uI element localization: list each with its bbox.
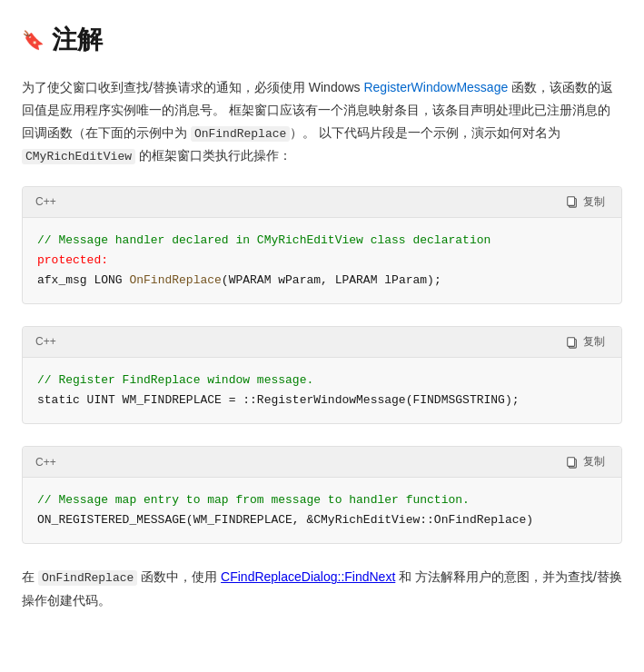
code-plain-3: ON_REGISTERED_MESSAGE(WM_FINDREPLACE, &C…	[37, 513, 533, 527]
description-paragraph: 为了使父窗口收到查找/替换请求的通知，必须使用 Windows Register…	[22, 76, 622, 168]
code-line-1-3: afx_msg LONG OnFindReplace(WPARAM wParam…	[37, 271, 607, 291]
copy-label-3: 复制	[583, 454, 605, 469]
on-find-replace-function: OnFindReplace	[129, 273, 221, 287]
copy-button-2[interactable]: 复制	[562, 332, 609, 351]
code-plain-1: afx_msg LONG	[37, 273, 129, 287]
copy-label-1: 复制	[583, 194, 605, 210]
title-icon: 🔖	[22, 25, 45, 55]
code-block-2: C++ 复制 // Register FindReplace window me…	[22, 326, 622, 424]
copy-button-1[interactable]: 复制	[562, 193, 609, 212]
copy-icon-1	[566, 195, 579, 208]
copy-icon-2	[566, 336, 579, 349]
code-line-3-1: // Message map entry to map from message…	[37, 490, 607, 510]
class-name-inline: CMyRichEditView	[22, 149, 135, 164]
code-block-1: C++ 复制 // Message handler declared in CM…	[22, 186, 622, 304]
code-block-2-header: C++ 复制	[23, 327, 621, 358]
code-block-3: C++ 复制 // Message map entry to map from …	[22, 446, 622, 544]
code-line-1-2: protected:	[37, 251, 607, 271]
code-line-3-2: ON_REGISTERED_MESSAGE(WM_FINDREPLACE, &C…	[37, 510, 607, 530]
code-block-1-header: C++ 复制	[23, 187, 621, 218]
protected-keyword: protected:	[37, 253, 108, 267]
comment-1: // Message handler declared in CMyRichEd…	[37, 233, 490, 247]
on-find-replace-inline: OnFindReplace	[191, 126, 290, 142]
code-lang-3: C++	[35, 453, 56, 471]
code-block-2-body: // Register FindReplace window message. …	[23, 358, 621, 423]
copy-button-3[interactable]: 复制	[562, 452, 609, 471]
footer-text: 在 OnFindReplace 函数中，使用 CFindReplaceDialo…	[22, 566, 622, 612]
cfind-replace-dialog-link[interactable]: CFindReplaceDialog::FindNext	[221, 569, 395, 584]
code-line-2-2: static UINT WM_FINDREPLACE = ::RegisterW…	[37, 390, 607, 410]
comment-2: // Register FindReplace window message.	[37, 373, 313, 387]
code-block-1-body: // Message handler declared in CMyRichEd…	[23, 218, 621, 303]
code-line-2-1: // Register FindReplace window message.	[37, 371, 607, 390]
page-title: 🔖 注解	[22, 18, 622, 62]
code-block-3-body: // Message map entry to map from message…	[23, 478, 621, 543]
code-params-1: (WPARAM wParam, LPARAM lParam);	[222, 273, 441, 287]
code-block-3-header: C++ 复制	[23, 447, 621, 478]
svg-rect-3	[568, 337, 575, 346]
copy-icon-3	[566, 456, 579, 469]
register-window-message-link[interactable]: RegisterWindowMessage	[363, 80, 508, 94]
svg-rect-1	[568, 197, 575, 206]
code-lang-2: C++	[35, 332, 56, 351]
comment-3: // Message map entry to map from message…	[37, 493, 470, 507]
footer-on-find-replace-inline: OnFindReplace	[38, 570, 137, 586]
code-lang-1: C++	[35, 193, 56, 211]
svg-rect-5	[568, 457, 575, 466]
code-line-1-1: // Message handler declared in CMyRichEd…	[37, 231, 607, 251]
copy-label-2: 复制	[583, 334, 605, 350]
code-plain-2: static UINT WM_FINDREPLACE = ::RegisterW…	[37, 393, 520, 407]
